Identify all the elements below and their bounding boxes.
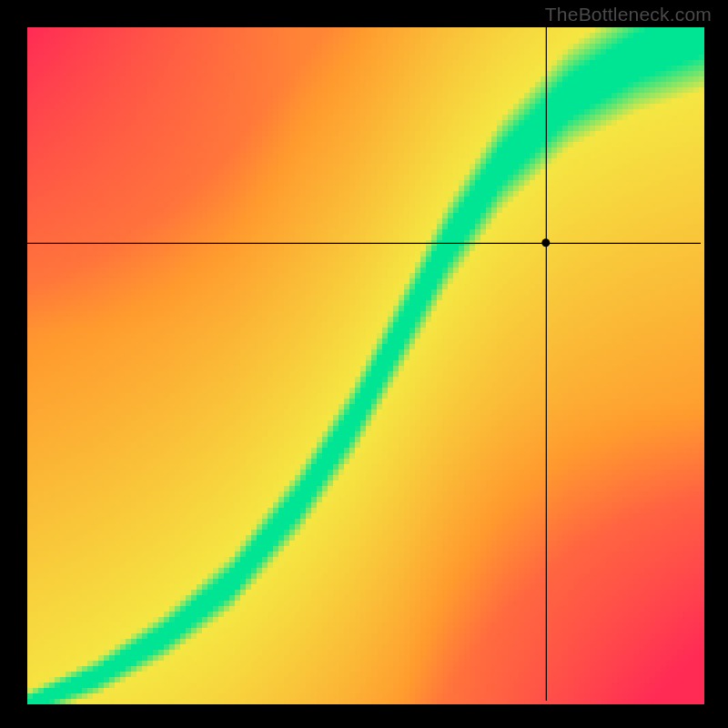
watermark-text: TheBottleneck.com [545,4,712,25]
chart-container: TheBottleneck.com [0,0,728,728]
heatmap-canvas [0,0,728,728]
